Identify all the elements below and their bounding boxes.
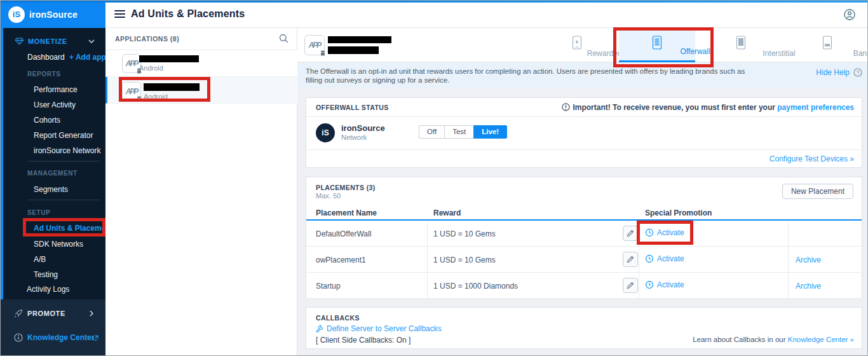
placement-name: DefaultOfferWall xyxy=(316,229,371,238)
clock-icon xyxy=(645,254,654,263)
app-detail-header: APP Rewarded Video xyxy=(297,28,868,62)
sidebar-item-cohorts[interactable]: Cohorts xyxy=(34,116,60,125)
rewarded-video-icon xyxy=(573,36,582,50)
archive-link[interactable]: Archive xyxy=(796,282,821,291)
archive-link[interactable]: Archive xyxy=(796,256,821,264)
status-live-button[interactable]: Live! xyxy=(473,125,507,139)
chevron-down-icon xyxy=(88,39,95,43)
sidebar-item-ab[interactable]: A/B xyxy=(34,255,46,264)
sidebar-item-promote[interactable]: PROMOTE xyxy=(1,306,105,321)
placement-row: owPlacement1 1 USD = 10 Gems Activate Ar… xyxy=(306,247,862,273)
sidebar-item-ironsource-network[interactable]: ironSource Network xyxy=(34,146,100,155)
redacted-app-name xyxy=(139,55,199,62)
placement-reward: 1 USD = 10 Gems xyxy=(433,256,496,264)
app-platform-label: Android xyxy=(139,64,163,72)
external-link-icon xyxy=(93,335,98,341)
payment-preferences-link[interactable]: payment preferences xyxy=(777,103,854,112)
sidebar-item-ad-units-placements[interactable]: Ad Units & Placements xyxy=(34,224,117,233)
server-callbacks-label: Define Server to Server Callbacks xyxy=(327,324,442,333)
sidebar-section-reports: REPORTS xyxy=(27,71,61,78)
app-list-item[interactable]: APP Android xyxy=(105,50,297,77)
placement-reward: 1 USD = 1000 Diamonds xyxy=(433,282,518,291)
activate-promotion-link[interactable]: Activate xyxy=(645,254,684,263)
sidebar: iS ironSource MONETIZE Dashboard + Add a… xyxy=(1,1,105,356)
status-panel-header: OFFERWALL STATUS Important! To receive r… xyxy=(306,98,862,117)
offerwall-status-panel: OFFERWALL STATUS Important! To receive r… xyxy=(306,97,862,168)
tab-rewarded-video[interactable]: Rewarded Video xyxy=(539,28,615,62)
tab-offerwall[interactable]: Offerwall xyxy=(619,28,695,62)
top-bar: Ad Units & Placements xyxy=(105,1,868,28)
configure-test-devices-link[interactable]: Configure Test Devices » xyxy=(770,154,854,163)
app-list-item-selected[interactable]: APP Android xyxy=(105,77,297,104)
app-root: iS ironSource MONETIZE Dashboard + Add a… xyxy=(0,0,868,356)
page-title: Ad Units & Placements xyxy=(131,8,245,20)
status-panel-footer: Configure Test Devices » xyxy=(306,149,862,167)
hide-help-link[interactable]: Hide Help xyxy=(816,68,850,77)
brand-name: ironSource xyxy=(29,10,78,20)
sidebar-item-sdk-networks[interactable]: SDK Networks xyxy=(34,240,83,249)
placements-max-label: Max. 50 xyxy=(316,192,341,200)
menu-icon[interactable] xyxy=(114,10,125,18)
column-placement-name: Placement Name xyxy=(316,209,377,217)
sidebar-item-report-generator[interactable]: Report Generator xyxy=(34,131,93,140)
placement-name: owPlacement1 xyxy=(316,256,366,264)
question-circle-icon[interactable]: ? xyxy=(853,68,862,77)
status-toggle-group: Off Test Live! xyxy=(419,125,507,139)
sidebar-divider xyxy=(27,161,100,161)
knowledge-center-link[interactable]: Knowledge Center » xyxy=(788,336,854,343)
info-circle-icon xyxy=(14,333,23,342)
sidebar-section-setup: SETUP xyxy=(27,209,50,216)
edit-placement-button[interactable] xyxy=(623,226,638,241)
svg-text:?: ? xyxy=(857,69,860,76)
interstitial-icon xyxy=(736,36,746,50)
sidebar-item-monetize[interactable]: MONETIZE xyxy=(1,34,105,49)
sidebar-item-testing[interactable]: Testing xyxy=(34,270,58,279)
sidebar-item-knowledge-center[interactable]: Knowledge Center xyxy=(1,330,105,345)
network-subtitle: Network xyxy=(341,134,367,141)
column-special-promotion: Special Promotion xyxy=(645,209,712,217)
server-callbacks-link[interactable]: Define Server to Server Callbacks xyxy=(316,324,442,333)
redacted-app-name xyxy=(328,36,391,43)
sidebar-divider xyxy=(27,200,100,200)
applications-count-label: APPLICATIONS (8) xyxy=(115,35,179,43)
offerwall-description: The Offerwall is an opt-in ad unit that … xyxy=(306,67,763,85)
clock-icon xyxy=(645,280,654,289)
edit-placement-button[interactable] xyxy=(623,252,638,267)
main-content: APP Rewarded Video xyxy=(297,28,868,356)
sidebar-item-performance[interactable]: Performance xyxy=(34,85,78,94)
tab-interstitial[interactable]: Interstitial xyxy=(703,28,779,62)
sidebar-item-user-activity[interactable]: User Activity xyxy=(34,100,76,109)
tab-banner[interactable]: Banner xyxy=(789,28,865,62)
activate-label: Activate xyxy=(657,280,684,289)
knowledge-center-label: Knowledge Center xyxy=(27,333,94,342)
brand-logo-header[interactable]: iS ironSource xyxy=(1,1,105,28)
status-test-button[interactable]: Test xyxy=(444,125,473,139)
search-icon[interactable] xyxy=(279,34,288,43)
add-app-button[interactable]: + Add app xyxy=(69,53,106,62)
callbacks-title: CALLBACKS xyxy=(316,314,360,322)
placement-reward: 1 USD = 10 Gems xyxy=(433,229,496,238)
monetize-active-strip xyxy=(1,28,3,299)
new-placement-button[interactable]: New Placement xyxy=(782,184,853,199)
monetize-label: MONETIZE xyxy=(28,38,67,45)
account-icon[interactable] xyxy=(844,9,855,20)
client-side-callbacks-status: [ Client Side Callbacks: On ] xyxy=(316,336,410,345)
status-off-button[interactable]: Off xyxy=(419,125,444,139)
callbacks-panel: CALLBACKS Define Server to Server Callba… xyxy=(306,307,862,349)
sidebar-item-activity-logs[interactable]: Activity Logs xyxy=(27,285,69,294)
applications-panel: APPLICATIONS (8) APP Android APP Android xyxy=(105,28,297,356)
sidebar-item-dashboard[interactable]: Dashboard xyxy=(27,53,65,62)
activate-promotion-link[interactable]: Activate xyxy=(645,228,684,237)
rocket-icon xyxy=(14,309,23,318)
tab-label: Banner xyxy=(827,49,868,58)
edit-placement-button[interactable] xyxy=(623,278,638,293)
clock-icon xyxy=(645,228,654,237)
pencil-icon xyxy=(627,256,634,263)
learn-callbacks-prefix: Learn about Callbacks in our xyxy=(693,336,785,343)
sidebar-item-segments[interactable]: Segments xyxy=(34,185,68,194)
pencil-icon xyxy=(627,282,634,289)
activate-promotion-link[interactable]: Activate xyxy=(645,280,684,289)
banner-icon xyxy=(823,36,832,50)
placements-title: PLACEMENTS (3) xyxy=(316,184,376,191)
android-icon xyxy=(136,95,142,102)
